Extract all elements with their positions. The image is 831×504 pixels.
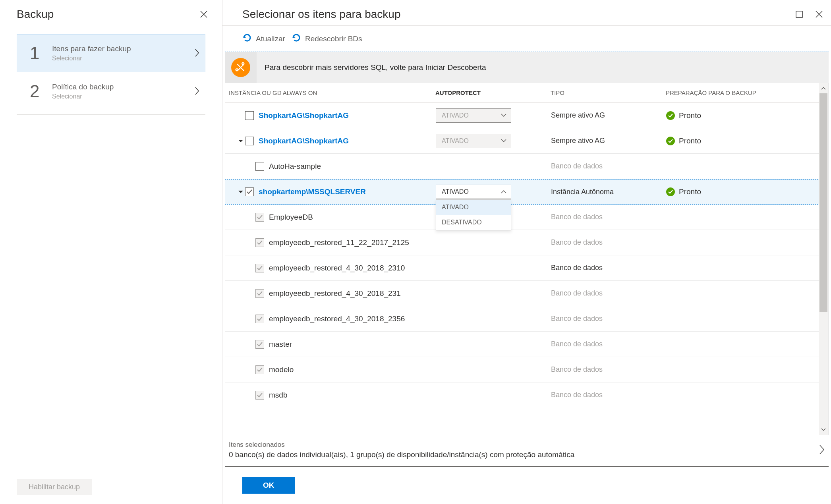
row-type: Banco de dados: [551, 213, 666, 221]
divider: [17, 114, 205, 115]
dropdown-option[interactable]: ATIVADO: [436, 200, 511, 215]
right-panel: Selecionar os itens para backup Atualiza…: [222, 0, 831, 504]
row-name-link[interactable]: shopkartemp\MSSQLSERVER: [259, 187, 366, 196]
table-row[interactable]: employeedb_restored_4_30_2018_231Banco d…: [225, 281, 828, 306]
row-checkbox: [255, 264, 264, 272]
maximize-icon: [796, 11, 803, 18]
table-row[interactable]: modeloBanco de dados: [225, 357, 828, 382]
row-type: Banco de dados: [551, 365, 666, 374]
table-row[interactable]: shopkartemp\MSSQLSERVERATIVADOATIVADODES…: [225, 179, 828, 205]
left-title: Backup: [17, 8, 54, 21]
expand-toggle[interactable]: [236, 139, 245, 143]
table-row[interactable]: masterBanco de dados: [225, 332, 828, 357]
left-footer: Habilitar backup: [0, 470, 222, 504]
right-footer: OK: [222, 467, 831, 504]
column-type[interactable]: TIPO: [551, 89, 666, 96]
close-right-button[interactable]: [814, 10, 824, 19]
column-autoprotect[interactable]: AUTOPROTECT: [435, 89, 551, 96]
right-header: Selecionar os itens para backup: [222, 0, 831, 26]
row-checkbox: [255, 315, 264, 323]
scroll-up-button[interactable]: [819, 83, 828, 93]
row-checkbox: [255, 238, 264, 247]
maximize-button[interactable]: [794, 10, 804, 19]
row-name-link[interactable]: ShopkartAG\ShopkartAG: [259, 137, 349, 145]
table-row[interactable]: ShopkartAG\ShopkartAGATIVADOSempre ativo…: [225, 128, 828, 154]
table-row[interactable]: employeedb_restored_11_22_2017_2125Banco…: [225, 230, 828, 255]
step-backup-policy[interactable]: 2 Política do backup Selecionar: [17, 72, 205, 110]
rediscover-label: Redescobrir BDs: [305, 35, 362, 43]
scroll-down-button[interactable]: [819, 425, 828, 435]
selected-items-label: Itens selecionados: [229, 441, 574, 449]
row-checkbox[interactable]: [245, 111, 254, 120]
svg-rect-0: [796, 11, 802, 17]
row-type: Banco de dados: [551, 340, 666, 348]
row-name: employeedb_restored_4_30_2018_231: [269, 289, 401, 298]
autoprotect-dropdown: ATIVADO: [436, 108, 511, 123]
autoprotect-dropdown: ATIVADO: [436, 134, 511, 148]
ok-button[interactable]: OK: [242, 477, 295, 494]
step-items-to-backup[interactable]: 1 Itens para fazer backup Selecionar: [17, 34, 205, 72]
left-panel: Backup 1 Itens para fazer backup Selecio…: [0, 0, 222, 504]
chevron-right-icon: [819, 444, 825, 456]
row-checkbox: [255, 391, 264, 400]
close-icon: [200, 11, 207, 18]
dropdown-value: ATIVADO: [442, 137, 469, 145]
row-type: Banco de dados: [551, 162, 666, 170]
vertical-scrollbar[interactable]: [819, 83, 828, 435]
info-banner: Para descobrir mais servidores SQL, volt…: [225, 52, 829, 83]
row-name-link[interactable]: ShopkartAG\ShopkartAG: [259, 111, 349, 120]
row-checkbox: [255, 289, 264, 298]
readiness-label: Pronto: [679, 187, 701, 196]
chevron-down-icon: [501, 138, 507, 144]
enable-backup-button[interactable]: Habilitar backup: [17, 479, 92, 495]
close-icon: [816, 11, 823, 18]
selected-items-bar[interactable]: Itens selecionados 0 banco(s) de dados i…: [225, 435, 829, 467]
column-instance[interactable]: INSTÂNCIA OU GD ALWAYS ON: [229, 89, 435, 96]
row-checkbox[interactable]: [255, 162, 264, 171]
row-checkbox[interactable]: [245, 137, 254, 145]
table-row[interactable]: AutoHa-sampleBanco de dados: [225, 154, 828, 179]
row-type: Sempre ativo AG: [551, 111, 666, 120]
rediscover-button[interactable]: Redescobrir BDs: [292, 33, 362, 44]
row-name: employeedb_restored_4_30_2018_2356: [269, 315, 405, 323]
step-sublabel: Selecionar: [52, 55, 195, 62]
row-name: modelo: [269, 365, 294, 374]
dropdown-option[interactable]: DESATIVADO: [436, 215, 511, 230]
row-type: Instância Autônoma: [551, 188, 666, 196]
autoprotect-dropdown[interactable]: ATIVADOATIVADODESATIVADO: [436, 185, 511, 199]
tools-icon: [231, 58, 250, 77]
refresh-icon: [292, 33, 301, 44]
table: INSTÂNCIA OU GD ALWAYS ON AUTOPROTECT TI…: [225, 83, 829, 435]
table-row[interactable]: employeedb_restored_4_30_2018_2356Banco …: [225, 306, 828, 332]
row-type: Banco de dados: [551, 238, 666, 247]
check-circle-icon: [666, 111, 675, 120]
row-checkbox: [255, 365, 264, 374]
column-readiness[interactable]: PREPARAÇÃO PARA O BACKUP: [666, 89, 828, 96]
scroll-thumb[interactable]: [819, 93, 827, 312]
table-row[interactable]: employeedb_restored_4_30_2018_2310Banco …: [225, 255, 828, 281]
refresh-button[interactable]: Atualizar: [242, 33, 285, 44]
step-label: Política do backup: [52, 83, 195, 91]
row-name: employeedb_restored_4_30_2018_2310: [269, 264, 405, 272]
row-type: Banco de dados: [551, 264, 666, 272]
row-checkbox[interactable]: [245, 187, 254, 196]
step-number: 1: [30, 43, 52, 63]
table-row[interactable]: msdbBanco de dados: [225, 382, 828, 405]
expand-toggle[interactable]: [236, 190, 245, 194]
row-checkbox: [255, 213, 264, 222]
table-row[interactable]: EmployeeDBBanco de dados: [225, 205, 828, 230]
dropdown-menu: ATIVADODESATIVADO: [436, 199, 511, 230]
check-circle-icon: [666, 187, 675, 196]
table-body: ShopkartAG\ShopkartAGATIVADOSempre ativo…: [225, 103, 828, 405]
scroll-track[interactable]: [819, 93, 828, 425]
row-name: EmployeeDB: [269, 213, 313, 222]
chevron-right-icon: [195, 87, 199, 97]
row-name: msdb: [269, 391, 287, 400]
row-name: master: [269, 340, 292, 349]
readiness-label: Pronto: [679, 137, 701, 145]
close-left-button[interactable]: [197, 8, 210, 21]
step-number: 2: [30, 81, 52, 101]
refresh-label: Atualizar: [256, 35, 285, 43]
table-row[interactable]: ShopkartAG\ShopkartAGATIVADOSempre ativo…: [225, 103, 828, 128]
info-text: Para descobrir mais servidores SQL, volt…: [257, 52, 494, 83]
